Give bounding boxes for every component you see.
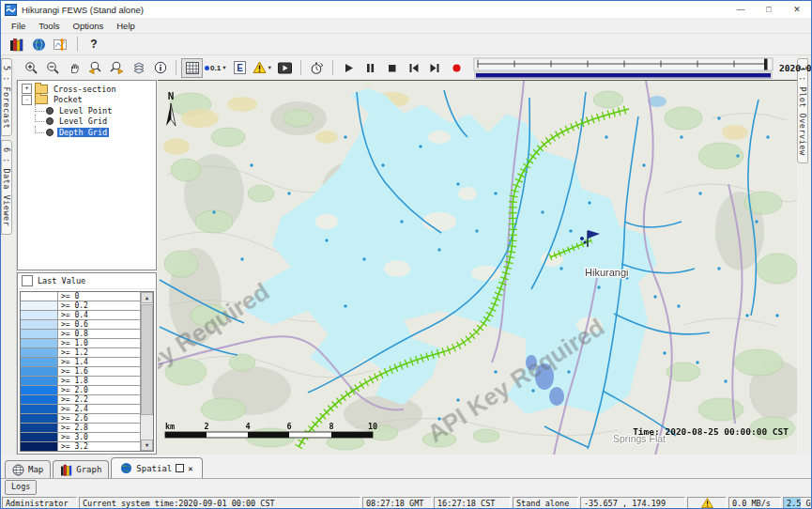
step-forward-icon [429, 62, 441, 74]
svg-text:8: 8 [329, 422, 333, 431]
warning-triangle-icon [253, 61, 267, 74]
step-forward-button[interactable] [424, 58, 446, 78]
tab-float-icon[interactable] [176, 464, 184, 472]
zoom-previous-button[interactable] [84, 58, 106, 78]
svg-text:6: 6 [286, 422, 291, 431]
scroll-down-icon[interactable]: ▼ [141, 440, 153, 451]
folder-icon [35, 95, 48, 104]
help-button[interactable]: ? [83, 35, 105, 54]
maximize-button[interactable]: □ [755, 1, 783, 18]
map-canvas[interactable]: API Key Required API Key Required N km 2… [158, 81, 797, 455]
stop-icon [386, 62, 398, 74]
layers-icon [132, 61, 146, 74]
legend-swatch [21, 414, 58, 423]
zoom-next-icon [110, 61, 124, 74]
status-warning[interactable] [687, 497, 727, 509]
legend-panel: Last Value >= 0 >= 0.2 >= 0.4 >= 0.6 >= … [17, 272, 157, 455]
menu-help[interactable]: Help [110, 21, 142, 31]
scrollbar-thumb[interactable] [141, 304, 153, 415]
bullet-icon [46, 117, 54, 125]
play-button[interactable] [338, 58, 360, 78]
movie-player-button[interactable] [274, 58, 296, 78]
tab-forecast[interactable]: 5 : Forecast [1, 58, 12, 136]
zoom-in-button[interactable] [20, 58, 41, 78]
legend-row-label: >= 1.6 [58, 367, 140, 376]
tree-item-level-point[interactable]: Level Point [35, 105, 156, 116]
toolbar-separator [77, 37, 78, 52]
logs-button[interactable]: Logs [5, 480, 37, 495]
record-button[interactable] [446, 58, 467, 78]
tree-item-label: Cross-section [52, 85, 118, 94]
tab-plot-overview[interactable]: 3 : Plot Overview [797, 58, 808, 163]
legend-row: >= 1.6 [21, 367, 140, 377]
app-logo-icon [5, 4, 17, 16]
legend-table: >= 0 >= 0.2 >= 0.4 >= 0.6 >= 0.8 >= 1.0 … [20, 291, 154, 452]
zoom-next-button[interactable] [106, 58, 128, 78]
info-icon [154, 61, 167, 74]
point-dot-icon [205, 66, 209, 70]
bar-chart-icon [9, 38, 23, 52]
logs-row: Logs [1, 479, 811, 495]
tab-close-icon[interactable]: ✕ [188, 464, 192, 473]
legend-swatch [21, 424, 58, 432]
stop-button[interactable] [381, 58, 403, 78]
timeline-datetime: 2020-08-25 00:00:00 CST [779, 63, 812, 73]
menu-tools[interactable]: Tools [32, 21, 66, 31]
pause-icon [364, 62, 376, 74]
last-value-checkbox[interactable] [22, 275, 33, 286]
legend-scrollbar[interactable]: ▲ ▼ [140, 292, 153, 451]
help-icon: ? [90, 38, 97, 51]
window-title: Hikurangi FEWS (Stand alone) [22, 5, 144, 15]
tree-item-depth-grid[interactable]: Depth Grid [35, 127, 156, 138]
legend-row-label: >= 2.2 [58, 395, 140, 404]
minimize-button[interactable]: — [727, 1, 755, 18]
tree-item-pocket[interactable]: - Pocket [18, 95, 156, 106]
zoom-in-icon [24, 61, 38, 74]
status-gmt-time: 08:27:18 GMT [362, 497, 432, 509]
collapse-toggle-icon[interactable]: - [22, 95, 32, 105]
toolbar-separator [332, 60, 333, 75]
data-display-button[interactable] [5, 35, 27, 54]
fews-window: Hikurangi FEWS (Stand alone) — □ ✕ File … [0, 0, 812, 509]
legend-row-label: >= 0.8 [58, 330, 140, 338]
legend-row: >= 2.2 [21, 395, 140, 405]
point-label-scale-dropdown[interactable]: 0.1 ▼ [203, 58, 229, 78]
tab-graph[interactable]: Graph [53, 460, 109, 478]
info-button[interactable] [149, 58, 171, 78]
expand-toggle-icon[interactable]: + [22, 84, 32, 94]
time-slider[interactable] [473, 57, 774, 79]
tab-data-viewer[interactable]: 6 : Data Viewer [1, 140, 12, 234]
svg-text:4: 4 [245, 422, 250, 431]
time-slider-handle[interactable] [764, 58, 768, 69]
spatial-display-button[interactable] [27, 35, 50, 54]
status-mode: Stand alone [513, 497, 578, 509]
tree-item-label: Level Point [57, 106, 114, 116]
tab-spatial-active[interactable]: Spatial ✕ [111, 457, 202, 478]
filter-tree-panel: + Cross-section - Pocket Level Point Lev… [17, 80, 157, 270]
legend-row: >= 2.0 [21, 386, 140, 395]
legend-swatch [21, 348, 58, 357]
legend-row-label: >= 0.6 [58, 320, 140, 329]
tree-item-level-grid[interactable]: Level Grid [35, 116, 156, 128]
scroll-up-icon[interactable]: ▲ [141, 292, 153, 303]
animation-export-button[interactable] [306, 58, 328, 78]
warnings-dropdown[interactable]: ▼ [251, 58, 274, 78]
grid-display-button[interactable] [181, 58, 203, 78]
close-button[interactable]: ✕ [783, 1, 811, 18]
legend-row: >= 2.4 [21, 405, 140, 414]
layers-button[interactable] [128, 58, 149, 78]
menu-options[interactable]: Options [67, 21, 111, 31]
tab-map-label: Map [28, 465, 43, 474]
chevron-down-icon: ▼ [268, 65, 272, 70]
pan-button[interactable] [63, 58, 84, 78]
tab-spatial-label: Spatial [136, 464, 172, 473]
step-back-button[interactable] [403, 58, 424, 78]
pause-button[interactable] [360, 58, 381, 78]
zoom-out-button[interactable] [41, 58, 63, 78]
profile-display-button[interactable] [50, 35, 72, 54]
tab-map[interactable]: Map [5, 460, 51, 478]
grid-icon [186, 62, 199, 74]
stopwatch-icon [310, 61, 324, 75]
menu-file[interactable]: File [5, 21, 32, 31]
legend-button[interactable]: E [229, 58, 251, 78]
